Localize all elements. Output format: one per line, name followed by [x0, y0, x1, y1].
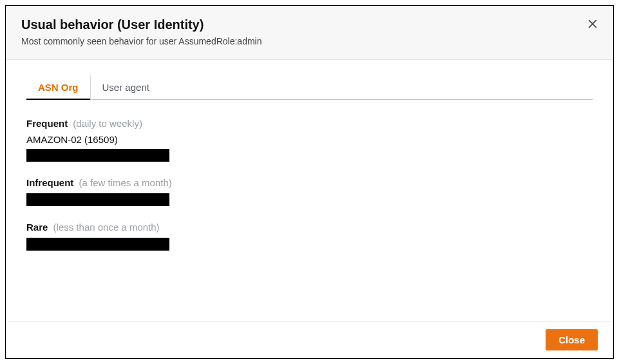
section-header: Frequent (daily to weekly) [26, 118, 593, 129]
modal-header: Usual behavior (User Identity) Most comm… [6, 6, 613, 60]
modal-body: ASN Org User agent Frequent (daily to we… [6, 60, 613, 321]
tab-user-agent[interactable]: User agent [91, 75, 161, 99]
frequent-value: AMAZON-02 (16509) [26, 134, 593, 145]
tab-label: User agent [102, 82, 149, 93]
close-button[interactable]: Close [546, 329, 598, 350]
tab-label: ASN Org [38, 82, 79, 93]
tab-bar: ASN Org User agent [26, 75, 593, 100]
modal-dialog: Usual behavior (User Identity) Most comm… [5, 5, 614, 359]
section-label: Infrequent [26, 177, 73, 188]
redacted-block [26, 238, 169, 251]
section-header: Infrequent (a few times a month) [26, 177, 593, 188]
redacted-block [26, 193, 169, 206]
modal-title: Usual behavior (User Identity) [21, 17, 598, 32]
section-hint: (a few times a month) [79, 177, 172, 188]
section-label: Rare [26, 222, 48, 233]
section-hint: (daily to weekly) [73, 118, 142, 129]
section-infrequent: Infrequent (a few times a month) [26, 177, 593, 206]
tab-asn-org[interactable]: ASN Org [26, 75, 91, 99]
section-header: Rare (less than once a month) [26, 222, 593, 233]
section-frequent: Frequent (daily to weekly) AMAZON-02 (16… [26, 118, 593, 162]
section-hint: (less than once a month) [53, 222, 160, 233]
close-icon[interactable] [586, 17, 599, 30]
redacted-block [26, 149, 169, 162]
section-rare: Rare (less than once a month) [26, 222, 593, 251]
section-label: Frequent [26, 118, 68, 129]
modal-subtitle: Most commonly seen behavior for user Ass… [21, 36, 598, 46]
modal-footer: Close [6, 321, 613, 358]
